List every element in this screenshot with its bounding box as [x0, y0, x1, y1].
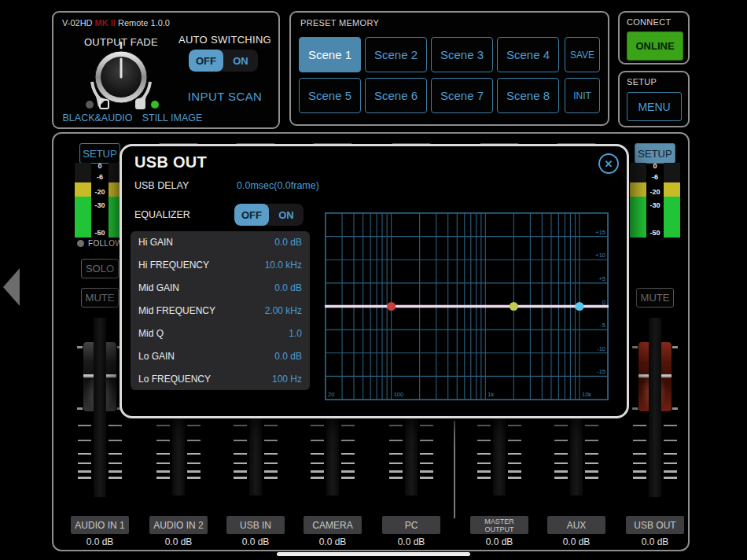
scene-grid: Scene 1Scene 2Scene 3Scene 4Scene 5Scene…: [299, 37, 559, 113]
auto-switching-title: AUTO SWITCHING: [176, 34, 274, 46]
svg-text:-15: -15: [597, 368, 605, 375]
output-fade-panel: V-02HD MK II Remote 1.0.0 OUTPUT FADE BL…: [52, 11, 280, 129]
close-button[interactable]: ✕: [598, 153, 619, 174]
master-section-divider: [454, 421, 455, 518]
eq-param-row[interactable]: Mid GAIN0.0 dB: [131, 277, 310, 300]
mute-button-audio-in-1[interactable]: MUTE: [81, 288, 119, 308]
scene-button-scene-4[interactable]: Scene 4: [497, 37, 559, 72]
channel-level-value: 0.0 dB: [149, 536, 208, 547]
connect-title: CONNECT: [627, 17, 672, 27]
fader-scale-tick: [78, 462, 91, 464]
fader-scale-tick: [664, 425, 677, 426]
eq-param-value: 0.0 dB: [274, 282, 302, 293]
scene-button-scene-8[interactable]: Scene 8: [497, 78, 559, 113]
fader-scale-tick: [264, 462, 278, 464]
eq-param-label: Mid GAIN: [138, 282, 179, 293]
fader-track[interactable]: [172, 411, 185, 496]
fader-scale-tick: [389, 470, 403, 473]
svg-text:-10: -10: [597, 345, 605, 352]
eq-param-row[interactable]: Lo FREQUENCY100 Hz: [131, 367, 310, 390]
scene-button-scene-1[interactable]: Scene 1: [299, 37, 361, 72]
fader-track[interactable]: [649, 318, 661, 497]
home-indicator[interactable]: [277, 552, 470, 556]
svg-text:+5: +5: [598, 275, 605, 282]
fader-scale-tick: [109, 462, 122, 464]
input-scan-button[interactable]: INPUT SCAN: [176, 90, 274, 103]
svg-text:-5: -5: [600, 322, 605, 329]
channel-label: PC: [382, 516, 440, 534]
eq-param-row[interactable]: Mid FREQUENCY2.00 kHz: [131, 300, 310, 322]
eq-param-label: Lo GAIN: [138, 351, 175, 362]
fader-track[interactable]: [493, 411, 506, 496]
channel-setup-button-usb-out[interactable]: SETUP: [635, 143, 675, 164]
menu-button[interactable]: MENU: [627, 92, 682, 121]
equalizer-off-button[interactable]: OFF: [234, 204, 269, 226]
eq-param-row[interactable]: Hi GAIN0.0 dB: [131, 231, 310, 254]
fader-scale-tick: [187, 477, 201, 479]
channel-level-value: 0.0 dB: [626, 536, 684, 547]
scene-button-scene-2[interactable]: Scene 2: [365, 37, 427, 72]
fader-scale-tick: [264, 425, 278, 426]
fader-scale-tick: [389, 477, 403, 479]
online-button[interactable]: ONLINE: [627, 31, 683, 61]
meter-scale-label: -50: [646, 230, 664, 237]
meter-scale-label: -6: [646, 174, 664, 181]
fader-scale-tick: [156, 453, 170, 455]
fader-track[interactable]: [249, 411, 262, 496]
app-model: V-02HD: [62, 18, 93, 28]
fader-scale-tick: [554, 425, 568, 426]
channel-level-value: 0.0 dB: [226, 536, 285, 547]
eq-param-row[interactable]: Lo GAIN0.0 dB: [131, 344, 310, 367]
fader-scale-tick: [633, 453, 646, 455]
scene-button-scene-5[interactable]: Scene 5: [299, 78, 361, 113]
fader-scale-tick: [187, 470, 201, 473]
fader-scale-tick: [508, 425, 521, 426]
mute-button-usb-out[interactable]: MUTE: [636, 288, 674, 308]
fader-scale-tick: [311, 477, 324, 479]
fader-scale-tick: [420, 462, 433, 464]
fader-scale-tick: [585, 425, 598, 426]
fader-scale-tick: [585, 453, 598, 455]
init-button[interactable]: INIT: [565, 78, 600, 113]
fader-scale-tick: [420, 453, 433, 455]
auto-switching-on-button[interactable]: ON: [223, 50, 258, 72]
meter-scale-label: -20: [91, 189, 109, 196]
fader-scale-tick: [585, 470, 598, 473]
fader-scale-tick: [341, 477, 355, 479]
fader-track[interactable]: [570, 411, 583, 496]
follow-label: FOLLOW: [88, 239, 123, 248]
meter-scale-label: -30: [91, 202, 109, 209]
fader-scale-tick: [78, 453, 91, 455]
fader-scale-tick: [508, 462, 521, 464]
meter-scale-label: -6: [91, 174, 109, 181]
fader-scale-tick: [341, 425, 355, 426]
fader-scale-tick: [508, 477, 521, 479]
fader-scale-tick: [311, 462, 324, 464]
still-image-indicator: [135, 99, 159, 109]
channel-level-value: 0.0 dB: [470, 536, 528, 547]
scene-button-scene-3[interactable]: Scene 3: [431, 37, 493, 72]
channel-setup-button-audio-in-1[interactable]: SETUP: [79, 143, 120, 164]
eq-param-row[interactable]: Hi FREQUENCY10.0 kHz: [131, 254, 310, 277]
fader-scale-tick: [554, 453, 568, 455]
eq-param-label: Hi GAIN: [138, 237, 173, 248]
fader-scale-tick: [389, 462, 403, 464]
fader-scale-tick: [508, 440, 521, 441]
fader-scale-tick: [420, 440, 433, 441]
fader-track[interactable]: [94, 318, 106, 497]
usb-delay-value[interactable]: 0.0msec(0.0frame): [237, 180, 319, 191]
scene-button-scene-6[interactable]: Scene 6: [365, 78, 427, 113]
back-chevron-icon[interactable]: [3, 268, 20, 306]
equalizer-on-button[interactable]: ON: [269, 204, 304, 226]
fader-scale-tick: [633, 425, 646, 426]
eq-param-value: 1.0: [289, 328, 302, 339]
save-button[interactable]: SAVE: [565, 37, 600, 72]
fader-track[interactable]: [326, 411, 339, 496]
fader-track[interactable]: [405, 411, 418, 496]
eq-param-row[interactable]: Mid Q1.0: [131, 322, 310, 344]
solo-button[interactable]: SOLO: [81, 259, 119, 278]
preset-memory-panel: PRESET MEMORY Scene 1Scene 2Scene 3Scene…: [289, 11, 609, 126]
auto-switching-off-button[interactable]: OFF: [189, 50, 223, 72]
fader-scale-tick: [109, 470, 122, 473]
scene-button-scene-7[interactable]: Scene 7: [431, 78, 493, 113]
